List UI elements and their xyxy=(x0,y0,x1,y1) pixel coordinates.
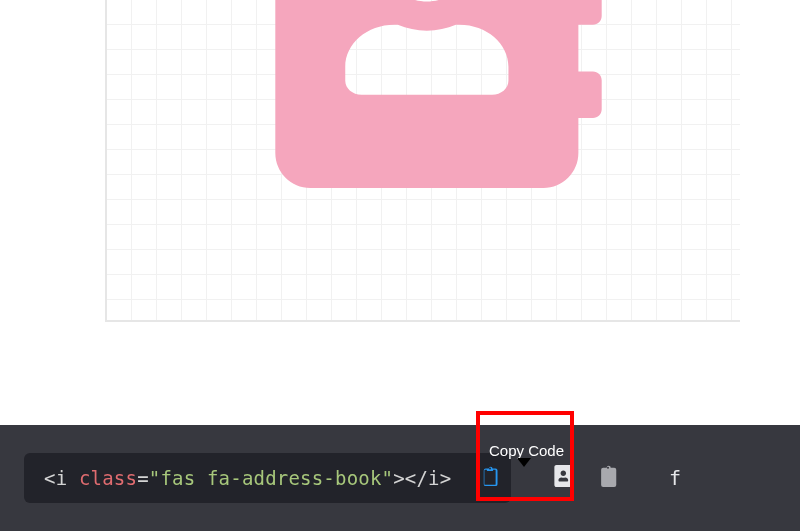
clipboard-button[interactable] xyxy=(595,465,621,491)
code-toolbar: Copy Code <i class="fas fa-address-book"… xyxy=(0,425,800,531)
address-book-solid-button[interactable] xyxy=(551,465,577,491)
code-token-attr: class xyxy=(79,467,137,489)
code-token-close: > xyxy=(393,467,405,489)
code-token-class-value: fas fa-address-book xyxy=(160,467,381,489)
tooltip-caret-icon xyxy=(517,458,531,467)
clipboard-icon xyxy=(597,465,619,491)
code-token-quote-open: " xyxy=(149,467,161,489)
preview-canvas xyxy=(105,0,740,322)
code-token-open: < xyxy=(44,467,56,489)
clipboard-icon xyxy=(482,466,498,490)
code-token-eq: = xyxy=(137,467,149,489)
icon-preview-area xyxy=(0,0,800,367)
code-token-quote-close: " xyxy=(382,467,394,489)
copy-code-button[interactable] xyxy=(480,467,500,489)
copy-code-tooltip: Copy Code xyxy=(489,442,564,459)
glyph-letter: f xyxy=(669,466,681,490)
address-book-icon xyxy=(553,465,575,491)
address-book-icon xyxy=(252,0,625,188)
code-token-endtag: i xyxy=(428,467,440,489)
toolbar-right-group: f xyxy=(551,465,681,491)
code-token-endclose: > xyxy=(440,467,452,489)
code-token-endopen: </ xyxy=(405,467,428,489)
code-snippet[interactable]: <i class="fas fa-address-book"></i> xyxy=(24,453,511,503)
code-token-tag: i xyxy=(56,467,68,489)
